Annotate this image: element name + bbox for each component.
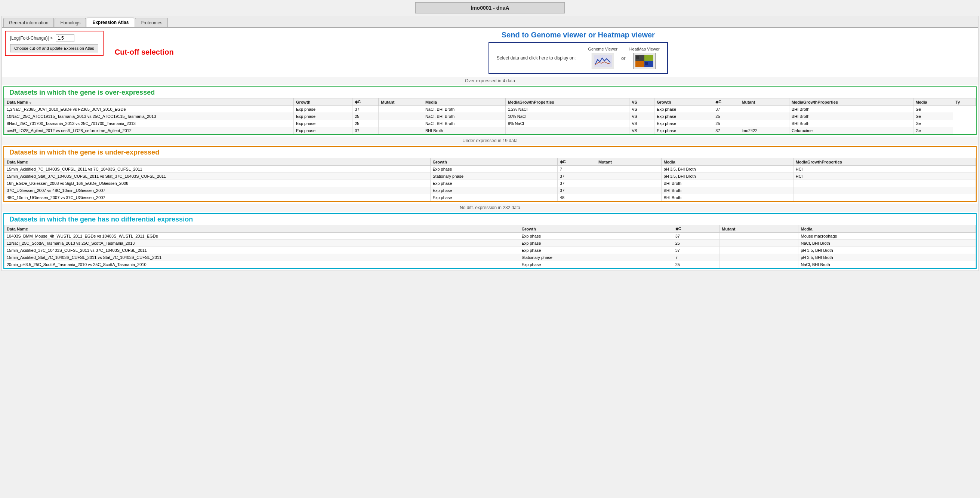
table-row[interactable]: 16h_EGDe_UGiessen_2008 vs SigB_16h_EGDe_… xyxy=(5,180,976,187)
table-row[interactable]: 8Nacl_25C_701700_Tasmania_2013 vs 25C_70… xyxy=(5,120,976,127)
over-col-mutant2[interactable]: Mutant xyxy=(739,98,789,106)
table-cell: Ge xyxy=(913,106,953,113)
table-row[interactable]: 15min_Acidified_37C_10403S_CUFSL_2011 vs… xyxy=(5,247,976,254)
table-cell xyxy=(596,187,661,194)
table-row[interactable]: 20min_pH3.5_25C_ScottA_Tasmania_2010 vs … xyxy=(5,261,976,268)
table-row[interactable]: 1,2NaCl_F2365_JCVI_2010_EGDe vs F2365_JC… xyxy=(5,106,976,113)
viewer-icons-area: Genome Viewer or HeatMap Viewer xyxy=(588,47,659,69)
heatmap-viewer-label: HeatMap Viewer xyxy=(629,47,660,51)
over-col-media[interactable]: Media xyxy=(423,98,505,106)
under-col-growth[interactable]: Growth xyxy=(430,158,557,166)
over-col-dataname[interactable]: Data Name ⬦ xyxy=(5,98,294,106)
table-cell: 25 xyxy=(352,120,379,127)
cutoff-button[interactable]: Choose cut-off and update Expression Atl… xyxy=(10,44,98,53)
underexpressed-section: Datasets in which the gene is under-expr… xyxy=(3,146,977,202)
tab-proteomes[interactable]: Proteomes xyxy=(135,18,168,27)
table-cell: NaCl, BHI Broth xyxy=(423,113,505,120)
table-cell: NaCl, BHI Broth xyxy=(423,120,505,127)
table-cell: 37 xyxy=(673,247,719,254)
table-row[interactable]: 10NaCl_25C_ATCC19115_Tasmania_2013 vs 25… xyxy=(5,113,976,120)
over-col-ty[interactable]: Ty xyxy=(953,98,976,106)
over-col-media2[interactable]: Media xyxy=(913,98,953,106)
table-cell: VS xyxy=(629,127,654,134)
table-cell: NaCl, BHI Broth xyxy=(799,261,976,268)
over-col-c[interactable]: ◆C xyxy=(352,98,379,106)
table-cell: BHI Broth xyxy=(661,187,793,194)
table-row[interactable]: 15min_Acidified_Stat_7C_10403S_CUFSL_201… xyxy=(5,254,976,261)
nodiff-section-label: No diff. expression in 232 data xyxy=(2,204,978,212)
nodiff-header-row: Datasets in which the gene has no differ… xyxy=(4,214,976,225)
table-row[interactable]: 48C_10min_UGiessen_2007 vs 37C_UGiessen_… xyxy=(5,194,976,201)
table-row[interactable]: 10403S_BMM_Mouse_4h_WUSTL_2011_EGDe vs 1… xyxy=(5,233,976,240)
heatmap-viewer-group: HeatMap Viewer xyxy=(629,47,660,69)
over-table-body: 1,2NaCl_F2365_JCVI_2010_EGDe vs F2365_JC… xyxy=(5,106,976,134)
table-row[interactable]: 15min_Acidified_Stat_37C_10403S_CUFSL_20… xyxy=(5,173,976,180)
nodiff-col-mutant[interactable]: Mutant xyxy=(719,225,799,233)
genome-viewer-icon xyxy=(594,55,612,67)
tab-expression-atlas[interactable]: Expression Atlas xyxy=(87,18,134,27)
table-cell: Exp phase xyxy=(430,194,557,201)
heatmap-viewer-button[interactable] xyxy=(633,53,655,69)
table-cell xyxy=(793,180,975,187)
table-cell: 37 xyxy=(352,127,379,134)
over-table-head: Data Name ⬦ Growth ◆C Mutant Media Media… xyxy=(5,98,976,106)
table-row[interactable]: 37C_UGiessen_2007 vs 48C_10min_UGiessen_… xyxy=(5,187,976,194)
under-col-mediagrowth[interactable]: MediaGrowthProperties xyxy=(793,158,975,166)
svg-rect-5 xyxy=(636,56,639,59)
nodiff-col-c[interactable]: ◆C xyxy=(673,225,719,233)
nodiff-col-media[interactable]: Media xyxy=(799,225,976,233)
nodiff-col-dataname[interactable]: Data Name xyxy=(5,225,519,233)
under-col-dataname[interactable]: Data Name xyxy=(5,158,431,166)
tab-general-information[interactable]: General information xyxy=(3,18,54,27)
table-cell: Ge xyxy=(913,120,953,127)
top-controls-section: |Log(Fold-Change)| > Choose cut-off and … xyxy=(2,28,978,77)
table-row[interactable]: 12Nacl_25C_ScottA_Tasmania_2013 vs 25C_S… xyxy=(5,240,976,247)
table-cell: Exp phase xyxy=(654,113,713,120)
under-col-mutant[interactable]: Mutant xyxy=(596,158,661,166)
table-row[interactable]: 15min_Acidified_7C_10403S_CUFSL_2011 vs … xyxy=(5,166,976,173)
table-cell: lmo2422 xyxy=(739,127,789,134)
table-cell: 1,2NaCl_F2365_JCVI_2010_EGDe vs F2365_JC… xyxy=(5,106,294,113)
table-cell: Exp phase xyxy=(519,261,673,268)
under-header-row: Datasets in which the gene is under-expr… xyxy=(4,147,976,158)
cutoff-input[interactable] xyxy=(56,34,75,42)
table-row[interactable]: cesR_LO28_Agilent_2012 vs cesR_LO28_cefu… xyxy=(5,127,976,134)
table-cell xyxy=(379,127,423,134)
table-cell: BHI Broth xyxy=(423,127,505,134)
table-cell: HCl xyxy=(793,166,975,173)
nodiff-col-growth[interactable]: Growth xyxy=(519,225,673,233)
main-container: General information Homologs Expression … xyxy=(2,16,978,271)
nodiff-table-wrapper[interactable]: Data Name Growth ◆C Mutant Media 10403S_… xyxy=(4,225,976,268)
over-table-wrapper[interactable]: Data Name ⬦ Growth ◆C Mutant Media Media… xyxy=(4,98,976,134)
table-cell: Exp phase xyxy=(430,187,557,194)
cutoff-row: |Log(Fold-Change)| > xyxy=(10,34,98,42)
table-cell: Exp phase xyxy=(430,180,557,187)
table-cell: VS xyxy=(629,113,654,120)
table-cell xyxy=(719,240,799,247)
table-cell xyxy=(739,106,789,113)
over-col-c2[interactable]: ◆C xyxy=(713,98,739,106)
under-table-wrapper[interactable]: Data Name Growth ◆C Mutant Media MediaGr… xyxy=(4,158,976,201)
over-col-mediagrowth[interactable]: MediaGrowthProperties xyxy=(505,98,629,106)
svg-rect-3 xyxy=(635,61,644,67)
table-cell xyxy=(505,127,629,134)
over-col-mutant[interactable]: Mutant xyxy=(379,98,423,106)
under-col-media[interactable]: Media xyxy=(661,158,793,166)
over-col-growth2[interactable]: Growth xyxy=(654,98,713,106)
table-cell: 10403S_BMM_Mouse_4h_WUSTL_2011_EGDe vs 1… xyxy=(5,233,519,240)
table-cell: 16h_EGDe_UGiessen_2008 vs SigB_16h_EGDe_… xyxy=(5,180,431,187)
table-cell: 15min_Acidified_7C_10403S_CUFSL_2011 vs … xyxy=(5,166,431,173)
table-cell xyxy=(596,180,661,187)
table-cell: VS xyxy=(629,120,654,127)
over-col-mediagrowth2[interactable]: MediaGrowthProperties xyxy=(789,98,913,106)
table-cell: Exp phase xyxy=(654,127,713,134)
send-viewer-section: Send to Genome viewer or Heatmap viewer … xyxy=(181,31,975,74)
table-cell xyxy=(379,106,423,113)
over-col-growth[interactable]: Growth xyxy=(294,98,352,106)
genome-viewer-button[interactable] xyxy=(592,53,614,69)
tab-homologs[interactable]: Homologs xyxy=(54,18,86,27)
table-cell: 8Nacl_25C_701700_Tasmania_2013 vs 25C_70… xyxy=(5,120,294,127)
table-cell: Ge xyxy=(913,113,953,120)
table-cell: 48 xyxy=(557,194,596,201)
under-col-c[interactable]: ◆C xyxy=(557,158,596,166)
